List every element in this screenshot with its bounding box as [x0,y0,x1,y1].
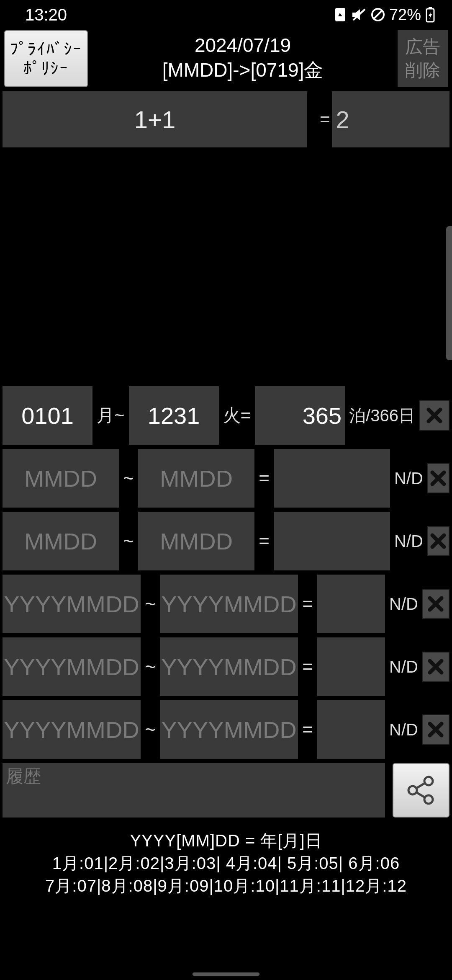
end-date-4[interactable] [160,575,298,633]
ad-l2: 削除 [405,59,440,82]
header-row: ﾌﾟﾗｲﾊﾞｼｰ ﾎﾟﾘｼｰ 2024/07/19 [MMDD]->[0719]… [0,29,452,88]
privacy-policy-button[interactable]: ﾌﾟﾗｲﾊﾞｼｰ ﾎﾟﾘｼｰ [4,30,88,87]
svg-line-3 [374,10,382,19]
close-icon [426,657,446,677]
remove-ads-button[interactable]: 広告 削除 [398,30,448,87]
eq-6: = [302,719,313,740]
start-date-6[interactable] [3,700,141,759]
date-line: 2024/07/19 [195,34,291,57]
share-icon [404,774,438,807]
nd-6: N/D [389,720,418,739]
range-row-5: ~ = N/D [3,637,449,697]
sep-4: ~ [145,593,156,614]
eq-5: = [302,656,313,677]
end-date-5[interactable] [160,637,298,696]
svg-point-6 [424,777,433,785]
clear-button-5[interactable] [422,652,449,682]
calc-row: = 2 [0,88,452,151]
days-result-5[interactable] [317,637,385,696]
scroll-thumb[interactable] [446,226,452,360]
start-date-4[interactable] [3,575,141,633]
nd-5: N/D [389,658,418,676]
battery-icon [425,7,435,23]
nd-3: N/D [394,532,423,551]
svg-point-7 [408,786,417,794]
status-bar: 13:20 72% [0,0,452,29]
nd-4: N/D [389,595,418,614]
days-result-3[interactable] [274,512,390,570]
eq-3: = [259,531,270,552]
days-result-1[interactable] [255,386,345,445]
sep-6: ~ [145,719,156,740]
home-indicator[interactable] [193,972,259,976]
sep-2: ~ [123,468,134,489]
eq-2: = [259,468,270,489]
battery-text: 72% [389,6,421,24]
svg-rect-5 [429,7,432,9]
end-date-2[interactable] [138,449,254,508]
history-row [0,760,452,821]
close-icon [428,468,448,488]
date-rows: 月~ 火= 泊/366日 ~ = N/D ~ = N/D ~ [0,385,452,760]
close-icon [428,531,448,551]
range-row-3: ~ = N/D [3,511,449,571]
days-result-2[interactable] [274,449,390,508]
start-date-3[interactable] [3,512,119,570]
svg-line-10 [416,792,425,797]
days-result-6[interactable] [317,700,385,759]
start-date-5[interactable] [3,637,141,696]
sep-3: ~ [123,531,134,552]
privacy-l1: ﾌﾟﾗｲﾊﾞｼｰ [10,39,82,59]
clear-button-6[interactable] [422,714,449,745]
sep-5: ~ [145,656,156,677]
end-date-6[interactable] [160,700,298,759]
title-block: 2024/07/19 [MMDD]->[0719]金 [88,29,398,88]
status-time: 13:20 [25,5,67,24]
share-button[interactable] [393,763,449,818]
history-field[interactable] [3,763,385,818]
legend-l1: YYYY[MM]DD = 年[月]日 [0,829,452,852]
range-row-6: ~ = N/D [3,699,449,760]
calc-result[interactable]: 2 [332,91,449,147]
svg-point-8 [424,795,433,804]
close-icon [426,720,446,740]
close-icon [424,405,444,426]
days-result-4[interactable] [317,575,385,633]
empty-area [0,151,452,385]
ad-l1: 広告 [405,35,440,59]
range-row-2: ~ = N/D [3,448,449,508]
legend-l2: 1月:01|2月:02|3月:03| 4月:04| 5月:05| 6月:06 [0,852,452,874]
clear-button-4[interactable] [422,589,449,619]
start-date-2[interactable] [3,449,119,508]
range-row-1: 月~ 火= 泊/366日 [3,385,449,446]
end-weekday-1: 火= [223,404,251,427]
privacy-l2: ﾎﾟﾘｼｰ [23,59,69,78]
nd-2: N/D [394,469,423,488]
legend-l3: 7月:07|8月:08|9月:09|10月:10|11月:11|12月:12 [0,874,452,897]
clear-button-2[interactable] [427,463,449,493]
range-row-4: ~ = N/D [3,574,449,634]
end-date-3[interactable] [138,512,254,570]
close-icon [426,594,446,614]
eq-4: = [302,593,313,614]
start-date-1[interactable] [3,386,92,445]
status-icons: 72% [334,6,435,24]
mute-icon [351,8,367,22]
equals-sign: = [320,109,330,129]
card-icon [334,7,347,22]
start-weekday-1: 月~ [97,404,125,427]
end-date-1[interactable] [129,386,219,445]
days-suffix-1: 泊/366日 [349,404,415,427]
footer-legend: YYYY[MM]DD = 年[月]日 1月:01|2月:02|3月:03| 4月… [0,821,452,897]
calc-expression-input[interactable] [3,91,307,147]
format-line: [MMDD]->[0719]金 [162,57,324,83]
svg-line-9 [416,783,425,788]
dnd-icon [371,8,385,22]
clear-button-1[interactable] [419,400,449,431]
clear-button-3[interactable] [427,526,449,556]
